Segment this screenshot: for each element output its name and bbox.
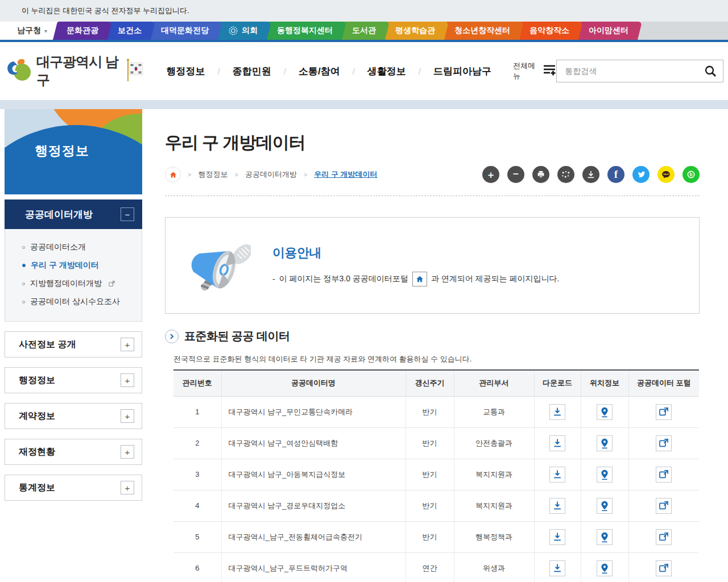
main-nav-item[interactable]: 생활정보 xyxy=(366,61,407,81)
megaphone-illustration-icon xyxy=(188,233,251,298)
print-button[interactable] xyxy=(532,166,549,183)
expand-accordion-button[interactable]: + xyxy=(121,481,134,494)
site-tab[interactable]: 음악창작소 xyxy=(516,22,583,40)
download-button[interactable] xyxy=(549,498,565,514)
site-tab[interactable]: 대덕문화전당 xyxy=(147,22,222,40)
portal-button[interactable] xyxy=(656,467,672,483)
data-portal-home-button[interactable] xyxy=(412,272,427,286)
portal-cell xyxy=(628,459,699,490)
breadcrumb-separator: > xyxy=(304,171,307,178)
band-button[interactable]: b xyxy=(682,166,700,183)
location-button[interactable] xyxy=(597,560,613,576)
portal-button[interactable] xyxy=(656,529,672,545)
site-logo[interactable]: 대구광역시 남구 xyxy=(5,53,144,89)
table-header-row: 관리번호공공데이터명갱신주기관리부서다운로드위치정보공공데이터 포털 xyxy=(173,370,699,396)
download-button[interactable] xyxy=(549,529,565,545)
all-menu-button[interactable]: 전체메뉴 xyxy=(513,61,556,81)
bullet-icon xyxy=(22,282,25,285)
sidebar-accordion[interactable]: 재정현황+ xyxy=(5,439,142,465)
location-cell xyxy=(581,396,628,427)
sidebar-section-banner: 행정정보 xyxy=(5,109,142,194)
sidebar-accordion[interactable]: 계약정보+ xyxy=(5,403,142,429)
download-button[interactable] xyxy=(549,435,565,451)
site-tab[interactable]: 평생학습관 xyxy=(382,22,449,40)
nav-separator: / xyxy=(218,66,220,76)
sidebar-menu-header[interactable]: 공공데이터개방 − xyxy=(5,199,142,229)
location-button[interactable] xyxy=(597,435,613,451)
sidebar-submenu-item-current[interactable]: 우리 구 개방데이터 xyxy=(5,256,142,275)
dataset-name-cell: 대구광역시 남구_아동복지급식정보 xyxy=(221,459,406,490)
collapse-menu-button[interactable]: − xyxy=(121,207,134,221)
portal-button[interactable] xyxy=(656,404,672,420)
site-tab[interactable]: 아이맘센터 xyxy=(575,22,642,40)
sidebar: 행정정보 공공데이터개방 − 공공데이터소개우리 구 개방데이터지방행정데이터개… xyxy=(5,109,142,501)
all-menu-label: 전체메뉴 xyxy=(513,61,539,81)
portal-button[interactable] xyxy=(656,498,672,514)
site-tab[interactable]: 의회 xyxy=(214,22,271,40)
download-button[interactable] xyxy=(549,467,565,483)
dataset-name-cell: 대구광역시 남구_여성안심택배함 xyxy=(221,427,406,459)
site-tab[interactable]: 도서관 xyxy=(338,22,390,40)
dataset-name-cell: 대구광역시_남구_푸드트럭허가구역 xyxy=(221,552,406,582)
braille-viewer-button[interactable] xyxy=(557,166,574,183)
sidebar-submenu-item[interactable]: 공공데이터소개 xyxy=(5,238,142,256)
location-button[interactable] xyxy=(597,467,613,483)
section-title: 표준화된 공공 데이터 xyxy=(184,329,290,344)
facebook-button[interactable]: f xyxy=(607,166,624,183)
download-button[interactable] xyxy=(582,166,599,183)
sidebar-accordion[interactable]: 통계정보+ xyxy=(5,475,142,501)
expand-accordion-button[interactable]: + xyxy=(121,445,134,459)
search-input[interactable] xyxy=(565,66,704,76)
twitter-button[interactable] xyxy=(632,166,650,183)
breadcrumb-home-icon[interactable] xyxy=(165,167,181,182)
location-button[interactable] xyxy=(597,529,613,545)
font-larger-button[interactable]: ＋ xyxy=(482,166,499,183)
site-tab[interactable]: 동행정복지센터 xyxy=(263,22,346,40)
sidebar-submenu-item[interactable]: 지방행정데이터개방 xyxy=(5,275,142,293)
row-number-cell: 3 xyxy=(173,459,221,490)
expand-accordion-button[interactable]: + xyxy=(121,373,134,387)
site-tab-label: 대덕문화전당 xyxy=(161,26,209,36)
location-button[interactable] xyxy=(597,498,613,514)
breadcrumb-item-current[interactable]: 우리 구 개방데이터 xyxy=(314,169,377,180)
download-cell xyxy=(534,552,581,582)
main-nav-item[interactable]: 행정정보 xyxy=(166,61,206,81)
sidebar-accordion-label: 재정현황 xyxy=(19,446,55,458)
city-logo-mark-icon xyxy=(5,57,32,85)
site-tab[interactable]: 청소년창작센터 xyxy=(441,22,524,40)
expand-accordion-button[interactable]: + xyxy=(121,409,134,423)
location-button[interactable] xyxy=(597,404,613,420)
breadcrumb-item[interactable]: 행정정보 xyxy=(198,169,228,180)
search-button[interactable] xyxy=(704,64,717,78)
site-tab-label: 도서관 xyxy=(352,26,376,36)
sidebar-submenu-label: 우리 구 개방데이터 xyxy=(31,260,99,271)
main-nav-item[interactable]: 드림피아남구 xyxy=(432,61,493,81)
location-cell xyxy=(581,552,628,582)
portal-button[interactable] xyxy=(656,560,672,576)
sidebar-submenu-label: 지방행정데이터개방 xyxy=(30,278,102,289)
main-nav-item[interactable]: 종합민원 xyxy=(231,61,272,81)
sidebar-accordion[interactable]: 사전정보 공개+ xyxy=(5,331,142,357)
portal-button[interactable] xyxy=(656,435,672,451)
site-tab-label: 의회 xyxy=(242,26,258,36)
table-header-cell: 관리부서 xyxy=(454,370,534,396)
download-cell xyxy=(534,396,581,427)
external-link-icon xyxy=(108,280,115,288)
sidebar-submenu-item[interactable]: 공공데이터 상시수요조사 xyxy=(5,293,142,311)
notice-text: - 이 페이지는 정부3.0 공공데이터포털 과 연계되어 제공되는 페이지입니… xyxy=(272,272,559,286)
breadcrumb-item[interactable]: 공공데이터개방 xyxy=(245,169,297,180)
kakaotalk-button[interactable]: TALK xyxy=(657,166,675,183)
site-tab[interactable]: 문화관광 xyxy=(53,22,112,40)
download-button[interactable] xyxy=(549,560,565,576)
download-button[interactable] xyxy=(549,404,565,420)
site-tab-current[interactable]: 남구청▾ xyxy=(3,22,61,40)
sidebar-accordion[interactable]: 행정정보+ xyxy=(5,367,142,393)
site-tab-label: 보건소 xyxy=(118,26,142,36)
site-tab[interactable]: 보건소 xyxy=(104,22,155,40)
managing-dept-cell: 행복정책과 xyxy=(454,521,534,552)
managing-dept-cell: 교통과 xyxy=(454,396,534,427)
main-nav-item[interactable]: 소통/참여 xyxy=(297,61,341,81)
expand-accordion-button[interactable]: + xyxy=(121,338,134,351)
hamburger-plus-icon xyxy=(543,64,556,78)
font-smaller-button[interactable]: − xyxy=(507,166,524,183)
